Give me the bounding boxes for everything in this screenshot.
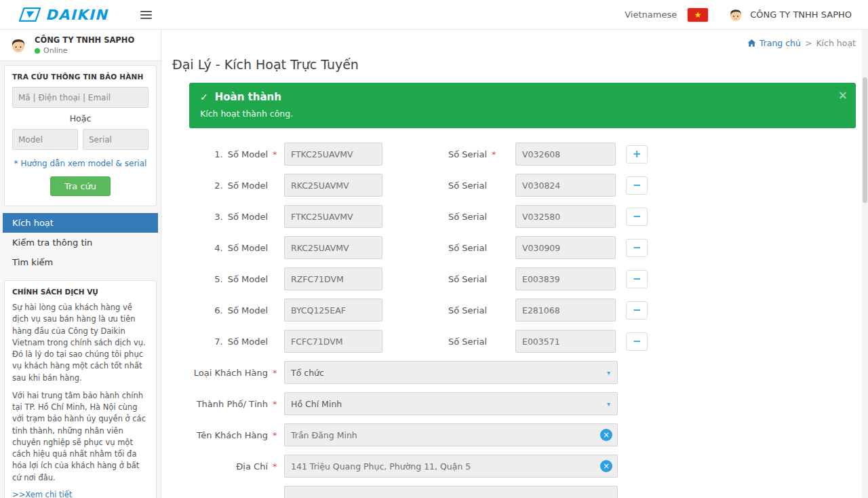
remove-row-button[interactable]: − [626,301,648,320]
city-label: Thành Phố/ Tỉnh * [189,399,277,409]
model-label: 3. Số Model [189,212,277,222]
serial-lookup-input[interactable] [83,129,149,150]
row-number: 2. [214,180,222,191]
breadcrumb: Trang chủ > Kích hoạt [172,38,856,48]
language-label[interactable]: Vietnamese [625,9,677,20]
remove-row-button[interactable]: − [626,208,648,226]
required-asterisk: * [273,368,277,378]
required-asterisk: * [492,149,496,159]
model-label: 2. Số Model [189,180,277,191]
city-select[interactable]: Hồ Chí Minh ▾ [284,392,618,415]
topbar-user-menu[interactable]: CÔNG TY TNHH SAPHO [727,6,852,24]
profile-name: CÔNG TY TNHH SAPHO [35,35,134,45]
row-number: 6. [214,305,222,315]
required-asterisk: * [273,149,277,159]
main-scrollbar-track[interactable] [862,30,868,498]
address-row: Địa Chỉ * × [189,455,856,478]
model-input[interactable] [284,299,382,322]
daikin-flag-icon [19,7,41,22]
search-button[interactable]: Tra cứu [50,176,111,196]
required-asterisk: * [273,430,277,440]
sidebar: CÔNG TY TNHH SAPHO Online TRA CỨU THÔNG … [0,30,161,498]
serial-input[interactable] [515,174,616,197]
serial-input[interactable] [515,330,616,353]
breadcrumb-current: Kích hoạt [816,38,856,48]
serial-input[interactable] [515,299,616,322]
model-input[interactable] [284,330,382,353]
remove-row-button[interactable]: − [626,239,648,257]
model-lookup-input[interactable] [12,129,78,150]
sidebar-item-kich-hoat[interactable]: Kích hoạt [3,213,158,233]
model-label: 5. Số Model [189,274,277,284]
close-icon: × [838,88,848,102]
model-serial-row: 2. Số Model Số Serial − [189,174,856,197]
alert-message: Kích hoạt thành công. [200,109,845,119]
serial-label: Số Serial * [382,149,496,159]
policy-heading: CHÍNH SÁCH DỊCH VỤ [12,288,149,296]
alert-close-button[interactable]: × [838,88,848,102]
minus-icon: − [633,179,642,191]
address-label: Địa Chỉ * [189,461,277,472]
model-serial-row: 6. Số Model Số Serial − [189,299,856,322]
lookup-search-input[interactable] [12,87,149,108]
minus-icon: − [633,273,642,285]
model-label: 6. Số Model [189,305,277,315]
customer-name-input[interactable] [284,423,618,446]
customer-type-select[interactable]: Tổ chức ▾ [284,361,618,384]
model-input[interactable] [284,205,382,228]
policy-link-details[interactable]: >>Xem chi tiết [12,490,149,498]
main-content: Trang chủ > Kích hoạt Đại Lý - Kích Hoạt… [161,30,868,498]
clear-button[interactable]: × [600,429,612,441]
serial-label: Số Serial [382,305,496,315]
add-row-button[interactable]: + [626,145,648,164]
customer-type-row: Loại Khách Hàng * Tổ chức ▾ [189,361,856,384]
customer-name-label: Tên Khách Hàng * [189,430,277,440]
remove-row-button[interactable]: − [626,176,648,195]
address-input[interactable] [284,455,618,478]
lookup-heading: TRA CỨU THÔNG TIN BẢO HÀNH [12,73,149,81]
policy-paragraph: Sự hài lòng của khách hàng về dịch vụ sa… [12,302,149,384]
serial-input[interactable] [515,236,616,259]
home-icon [747,39,756,47]
model-input[interactable] [284,142,382,166]
row-number: 4. [214,243,222,253]
model-input[interactable] [284,174,382,197]
required-asterisk: * [273,461,277,472]
clear-button[interactable]: × [600,460,612,472]
serial-input[interactable] [515,142,616,166]
main-scrollbar-thumb[interactable] [863,77,867,203]
partial-input[interactable] [284,486,618,498]
service-policy-panel: CHÍNH SÁCH DỊCH VỤ Sự hài lòng của khách… [4,280,157,498]
sidebar-item-kiem-tra-thong-tin[interactable]: Kiểm tra thông tin [3,233,158,252]
or-label: Hoặc [12,113,149,123]
chevron-down-icon: ▾ [607,400,610,408]
serial-input[interactable] [515,205,616,228]
remove-row-button[interactable]: − [626,332,648,351]
check-icon: ✓ [200,92,208,102]
model-serial-guide-link[interactable]: * Hướng dẫn xem model & serial [12,159,149,168]
model-input[interactable] [284,236,382,259]
remove-row-button[interactable]: − [626,270,648,288]
model-label: 1. Số Model * [189,149,277,159]
model-input[interactable] [284,267,382,290]
minus-icon: − [633,210,642,223]
serial-label: Số Serial [382,243,496,253]
partial-next-field-row [189,486,856,498]
sidebar-menu: Kích hoạt Kiểm tra thông tin Tìm kiếm [3,213,158,272]
breadcrumb-home-link[interactable]: Trang chủ [747,38,801,48]
serial-label: Số Serial [382,337,496,347]
row-number: 1. [214,149,222,159]
vietnam-flag-icon[interactable]: ★ [688,8,708,22]
online-status: Online [35,46,134,55]
row-number: 7. [214,337,222,347]
required-asterisk: * [273,399,277,409]
user-avatar [727,6,745,24]
topbar: DAIKIN Vietnamese ★ CÔNG TY TNHH SAPHO [0,0,868,30]
customer-type-label: Loại Khách Hàng * [189,368,277,378]
menu-toggle-button[interactable] [140,11,152,19]
daikin-logo-text: DAIKIN [45,7,108,23]
sidebar-item-tim-kiem[interactable]: Tìm kiếm [3,252,158,272]
plus-icon: + [633,148,642,160]
serial-input[interactable] [515,267,616,290]
policy-paragraph: Với hai trung tâm bảo hành chính tại TP.… [12,390,149,484]
